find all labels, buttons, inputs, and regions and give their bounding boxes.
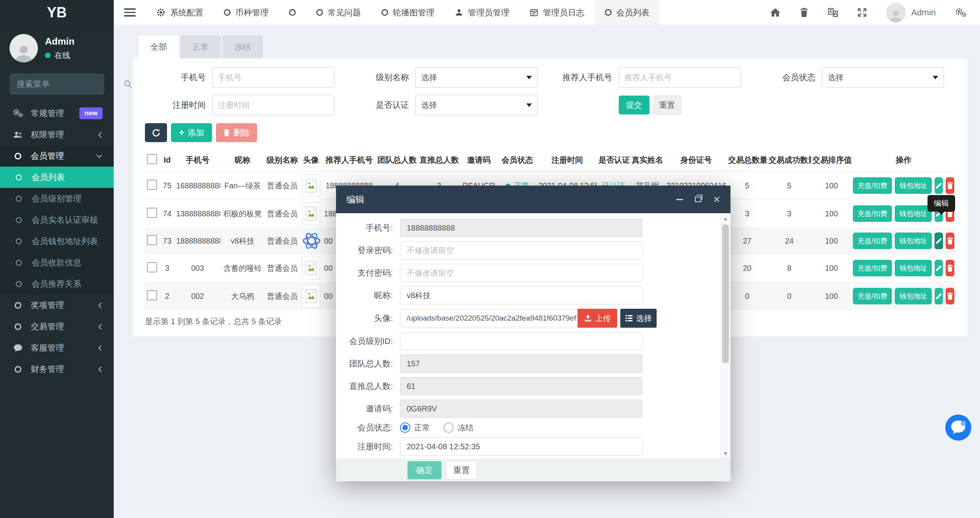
modal-reset-button[interactable]: 重置 bbox=[446, 461, 477, 479]
ref-phone-filter-input[interactable] bbox=[625, 73, 735, 82]
topnav-item-常见问题[interactable]: 常见问题 bbox=[306, 0, 371, 25]
sidebar-item-会员管理[interactable]: 会员管理 bbox=[0, 145, 114, 167]
recharge-button[interactable]: 充值/扣费 bbox=[853, 177, 892, 194]
sidebar-item-客服管理[interactable]: 客服管理 bbox=[0, 337, 114, 358]
circle-icon bbox=[224, 9, 231, 16]
choose-button[interactable]: 选择 bbox=[620, 309, 657, 328]
modal-field-input[interactable]: 不修改请留空 bbox=[400, 264, 642, 282]
topnav-item-管理员管理[interactable]: 管理员管理 bbox=[445, 0, 520, 25]
sidebar-item-会员钱包地址列表[interactable]: 会员钱包地址列表 bbox=[0, 231, 114, 252]
verified-filter-select[interactable]: 选择 bbox=[415, 95, 538, 115]
recharge-button[interactable]: 充值/扣费 bbox=[853, 260, 892, 276]
scroll-up-icon[interactable]: ▲ bbox=[721, 216, 730, 221]
tab-all[interactable]: 全部 bbox=[139, 36, 179, 58]
radio-option-正常[interactable]: 正常 bbox=[400, 422, 430, 433]
modal-field-input[interactable]: 不修改请留空 bbox=[400, 241, 642, 259]
wallet-address-button[interactable]: 钱包地址 bbox=[895, 233, 932, 249]
row-delete-button[interactable] bbox=[946, 260, 954, 276]
modal-header[interactable]: 编辑 × bbox=[336, 186, 730, 213]
search-icon[interactable] bbox=[124, 80, 132, 88]
scrollbar-thumb[interactable] bbox=[722, 224, 729, 363]
sidebar-item-会员实名认证审核[interactable]: 会员实名认证审核 bbox=[0, 209, 114, 231]
sidebar-item-奖项管理[interactable]: 奖项管理 bbox=[0, 295, 114, 316]
sidebar-item-财务管理[interactable]: 财务管理 bbox=[0, 358, 114, 380]
confirm-button[interactable]: 确定 bbox=[407, 461, 441, 479]
member-status-filter-select[interactable]: 选择 bbox=[822, 67, 944, 88]
row-delete-button[interactable] bbox=[946, 233, 954, 249]
row-delete-button[interactable] bbox=[946, 288, 954, 304]
row-checkbox[interactable] bbox=[147, 262, 157, 272]
edit-button[interactable] bbox=[935, 233, 943, 249]
wallet-address-button[interactable]: 钱包地址 bbox=[895, 260, 932, 276]
sidebar-item-会员级别管理[interactable]: 会员级别管理 bbox=[0, 188, 114, 209]
topnav-item-管理员日志[interactable]: 管理员日志 bbox=[520, 0, 595, 25]
topnav-item-轮播图管理[interactable]: 轮播图管理 bbox=[371, 0, 445, 25]
row-checkbox[interactable] bbox=[147, 208, 157, 218]
close-icon[interactable]: × bbox=[713, 193, 720, 205]
modal-field-input[interactable]: v8科技 bbox=[400, 286, 642, 304]
select-all-checkbox[interactable] bbox=[147, 154, 157, 164]
edit-button[interactable] bbox=[935, 260, 943, 276]
wallet-address-button[interactable]: 钱包地址 bbox=[895, 205, 932, 222]
column-header: 直推总人数 bbox=[418, 149, 460, 171]
recharge-button[interactable]: 充值/扣费 bbox=[853, 205, 892, 222]
modal-field-input[interactable]: 18888888888 bbox=[400, 219, 642, 237]
wallet-address-button[interactable]: 钱包地址 bbox=[895, 288, 932, 304]
gears-icon[interactable] bbox=[955, 8, 967, 18]
tab-normal[interactable]: 正常 bbox=[180, 36, 221, 58]
sidebar-item-会员收款信息[interactable]: 会员收款信息 bbox=[0, 252, 114, 273]
modal-field-input[interactable]: 0G6R9V bbox=[400, 400, 642, 418]
reg-time-filter-input[interactable] bbox=[218, 101, 329, 110]
row-delete-button[interactable] bbox=[946, 177, 954, 194]
hamburger-menu-icon[interactable] bbox=[124, 8, 136, 16]
sidebar-search-input[interactable] bbox=[17, 79, 124, 89]
add-button[interactable]: +添加 bbox=[171, 123, 212, 142]
user-menu[interactable]: Admin bbox=[886, 3, 936, 23]
row-checkbox[interactable] bbox=[147, 180, 157, 190]
phone-filter-input[interactable] bbox=[218, 73, 329, 82]
expand-icon[interactable] bbox=[857, 8, 867, 17]
chat-widget-icon[interactable] bbox=[945, 415, 971, 441]
topnav-item-系统配置[interactable]: 系统配置 bbox=[146, 0, 214, 25]
edit-button[interactable] bbox=[935, 288, 943, 304]
topnav-item-会员列表[interactable]: 会员列表 bbox=[595, 0, 660, 25]
app-logo[interactable]: YB bbox=[0, 0, 114, 25]
recharge-button[interactable]: 充值/扣费 bbox=[853, 233, 892, 249]
sidebar-item-交易管理[interactable]: 交易管理 bbox=[0, 316, 114, 337]
row-checkbox[interactable] bbox=[147, 290, 157, 300]
sidebar-item-会员列表[interactable]: 会员列表 bbox=[0, 167, 114, 188]
minimize-icon[interactable] bbox=[676, 199, 683, 200]
broken-image-icon bbox=[302, 214, 320, 222]
modal-field-input[interactable]: 2021-04-08 12:52:35 bbox=[400, 437, 642, 456]
upload-button[interactable]: 上传 bbox=[578, 309, 617, 328]
translate-icon[interactable] bbox=[828, 8, 838, 17]
topnav-item-icon[interactable] bbox=[279, 0, 306, 25]
avatar-path-input[interactable]: /uploads/base/20220525/20ac2a2fea9481f60… bbox=[400, 309, 578, 327]
refresh-button[interactable] bbox=[145, 123, 167, 142]
modal-scrollbar[interactable]: ▲ ▼ bbox=[720, 213, 730, 459]
wallet-address-button[interactable]: 钱包地址 bbox=[895, 177, 932, 194]
column-header: 邀请码 bbox=[460, 149, 498, 171]
reset-button[interactable]: 重置 bbox=[653, 96, 681, 114]
sidebar-item-会员推荐关系[interactable]: 会员推荐关系 bbox=[0, 273, 114, 295]
level-filter-select[interactable]: 选择 bbox=[415, 67, 538, 88]
tab-frozen[interactable]: 冻结 bbox=[222, 36, 263, 58]
modal-field-input[interactable] bbox=[400, 332, 642, 350]
home-icon[interactable] bbox=[770, 8, 781, 17]
recharge-button[interactable]: 充值/扣费 bbox=[853, 288, 892, 304]
row-checkbox[interactable] bbox=[147, 235, 157, 245]
maximize-icon[interactable] bbox=[695, 197, 701, 202]
radio-option-冻结[interactable]: 冻结 bbox=[443, 422, 473, 433]
sidebar-item-常规管理[interactable]: 常规管理new bbox=[0, 103, 114, 124]
edit-button[interactable] bbox=[935, 177, 943, 194]
trash-icon[interactable] bbox=[800, 8, 809, 17]
modal-body: 手机号:18888888888登录密码:不修改请留空支付密码:不修改请留空昵称:… bbox=[336, 213, 730, 459]
modal-field-row: 注册时间:2021-04-08 12:52:35 bbox=[336, 437, 730, 456]
sidebar-item-权限管理[interactable]: 权限管理 bbox=[0, 124, 114, 145]
scroll-down-icon[interactable]: ▼ bbox=[721, 450, 730, 456]
delete-button[interactable]: 删除 bbox=[216, 123, 257, 142]
modal-field-input[interactable]: 61 bbox=[400, 377, 642, 395]
topnav-item-币种管理[interactable]: 币种管理 bbox=[214, 0, 279, 25]
submit-button[interactable]: 提交 bbox=[619, 96, 650, 114]
modal-field-input[interactable]: 157 bbox=[400, 355, 642, 373]
